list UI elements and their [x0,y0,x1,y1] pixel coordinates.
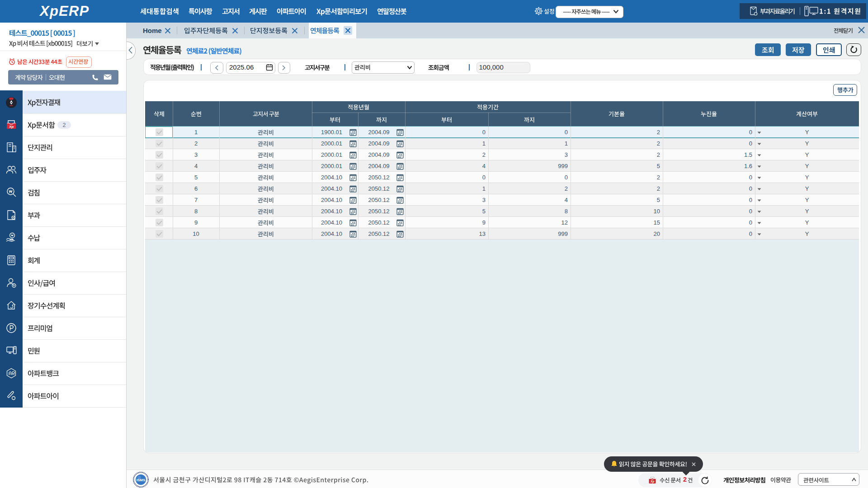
svg-text:Xp: Xp [650,480,654,483]
svg-text:ISMS: ISMS [137,478,146,482]
svg-text:Xp: Xp [9,125,14,129]
